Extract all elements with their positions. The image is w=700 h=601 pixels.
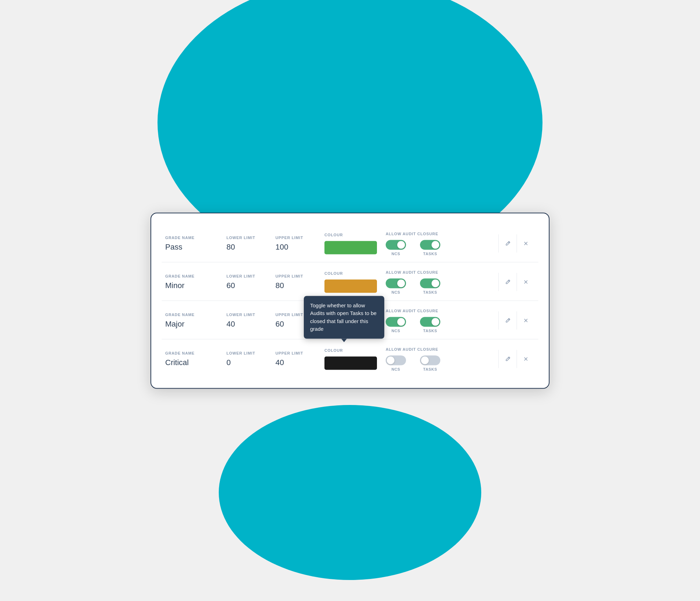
toggle-group-ncs-minor: NCS bbox=[386, 278, 406, 294]
allow-audit-label-minor: ALLOW AUDIT CLOSURE bbox=[386, 270, 495, 274]
edit-button-minor[interactable] bbox=[498, 273, 517, 291]
toggle-group-tasks-minor: TASKS Toggle whether to allow Audits wit… bbox=[420, 278, 440, 294]
allow-audit-inner-major: NCS TASKS bbox=[386, 317, 495, 333]
grade-name-label-minor: GRADE NAME bbox=[165, 274, 226, 278]
tasks-label-major: TASKS bbox=[423, 328, 437, 333]
colour-label-minor: COLOUR bbox=[324, 271, 386, 275]
ncs-label-major: NCS bbox=[391, 328, 400, 333]
toggle-tasks-critical[interactable] bbox=[420, 355, 440, 365]
field-lower-limit-major: LOWER LIMIT 40 bbox=[226, 313, 275, 329]
toggle-knob-tasks-critical bbox=[421, 356, 429, 364]
edit-button-critical[interactable] bbox=[498, 350, 517, 368]
lower-limit-label-major: LOWER LIMIT bbox=[226, 313, 275, 317]
edit-button-major[interactable] bbox=[498, 312, 517, 330]
grade-name-label-critical: GRADE NAME bbox=[165, 351, 226, 355]
lower-limit-value-minor: 60 bbox=[226, 281, 275, 290]
lower-limit-label-minor: LOWER LIMIT bbox=[226, 274, 275, 278]
edit-button-pass[interactable] bbox=[498, 235, 517, 253]
toggle-tasks-minor[interactable] bbox=[420, 278, 440, 288]
edit-icon-major bbox=[505, 317, 511, 324]
toggle-knob-ncs-minor bbox=[397, 279, 405, 287]
toggle-tasks-pass[interactable] bbox=[420, 240, 440, 250]
upper-limit-value-pass: 100 bbox=[275, 243, 324, 252]
grades-card: GRADE NAME Pass LOWER LIMIT 80 UPPER LIM… bbox=[150, 212, 550, 389]
allow-audit-label-critical: ALLOW AUDIT CLOSURE bbox=[386, 347, 495, 351]
delete-button-critical[interactable]: × bbox=[517, 350, 535, 368]
lower-limit-label-pass: LOWER LIMIT bbox=[226, 236, 275, 240]
field-grade-name-pass: GRADE NAME Pass bbox=[165, 236, 226, 252]
upper-limit-value-minor: 80 bbox=[275, 281, 324, 290]
action-icons-pass: × bbox=[498, 235, 535, 253]
upper-limit-value-critical: 40 bbox=[275, 358, 324, 367]
delete-button-minor[interactable]: × bbox=[517, 273, 535, 291]
field-allow-audit-minor: ALLOW AUDIT CLOSURE NCS TASKS bbox=[386, 270, 495, 294]
field-allow-audit-pass: ALLOW AUDIT CLOSURE NCS TASKS bbox=[386, 231, 495, 256]
grade-name-value-major: Major bbox=[165, 320, 226, 329]
grade-row-minor: GRADE NAME Minor LOWER LIMIT 60 UPPER LI… bbox=[162, 262, 538, 301]
field-grade-name-critical: GRADE NAME Critical bbox=[165, 351, 226, 367]
grade-name-label-major: GRADE NAME bbox=[165, 313, 226, 317]
tasks-label-minor: TASKS bbox=[423, 290, 437, 294]
toggle-ncs-major[interactable] bbox=[386, 317, 406, 327]
field-upper-limit-minor: UPPER LIMIT 80 bbox=[275, 274, 324, 290]
grade-row-pass: GRADE NAME Pass LOWER LIMIT 80 UPPER LIM… bbox=[162, 224, 538, 262]
tasks-label-pass: TASKS bbox=[423, 251, 437, 256]
toggle-knob-ncs-major bbox=[397, 318, 405, 326]
allow-audit-label-pass: ALLOW AUDIT CLOSURE bbox=[386, 231, 495, 236]
colour-swatch-minor bbox=[324, 280, 377, 293]
action-icons-critical: × bbox=[498, 350, 535, 368]
ncs-label-critical: NCS bbox=[391, 367, 400, 371]
grade-name-value-critical: Critical bbox=[165, 358, 226, 367]
ncs-label-pass: NCS bbox=[391, 251, 400, 256]
toggle-tasks-major[interactable] bbox=[420, 317, 440, 327]
toggle-knob-tasks-pass bbox=[432, 241, 439, 249]
lower-limit-value-major: 40 bbox=[226, 320, 275, 329]
field-upper-limit-critical: UPPER LIMIT 40 bbox=[275, 351, 324, 367]
toggle-ncs-minor[interactable] bbox=[386, 278, 406, 288]
delete-icon-pass: × bbox=[524, 239, 528, 248]
edit-icon-pass bbox=[505, 240, 511, 247]
upper-limit-label-critical: UPPER LIMIT bbox=[275, 351, 324, 355]
grade-row-critical: GRADE NAME Critical LOWER LIMIT 0 UPPER … bbox=[162, 339, 538, 377]
toggle-group-tasks-major: TASKS bbox=[420, 317, 440, 333]
allow-audit-label-major: ALLOW AUDIT CLOSURE bbox=[386, 308, 495, 313]
toggle-group-ncs-pass: NCS bbox=[386, 240, 406, 256]
tasks-label-critical: TASKS bbox=[423, 367, 437, 371]
colour-label-pass: COLOUR bbox=[324, 233, 386, 237]
toggle-ncs-critical[interactable] bbox=[386, 355, 406, 365]
delete-button-pass[interactable]: × bbox=[517, 235, 535, 253]
toggle-knob-ncs-pass bbox=[397, 241, 405, 249]
toggle-ncs-pass[interactable] bbox=[386, 240, 406, 250]
allow-audit-inner-pass: NCS TASKS bbox=[386, 240, 495, 256]
grade-name-value-pass: Pass bbox=[165, 243, 226, 252]
field-colour-minor: COLOUR bbox=[324, 271, 386, 293]
field-colour-critical: COLOUR bbox=[324, 348, 386, 370]
toggle-group-tasks-pass: TASKS bbox=[420, 240, 440, 256]
toggle-knob-ncs-critical bbox=[387, 356, 394, 364]
field-lower-limit-pass: LOWER LIMIT 80 bbox=[226, 236, 275, 252]
lower-limit-value-pass: 80 bbox=[226, 243, 275, 252]
action-icons-major: × bbox=[498, 312, 535, 330]
tooltip-minor: Toggle whether to allow Audits with open… bbox=[304, 296, 384, 338]
delete-button-major[interactable]: × bbox=[517, 312, 535, 330]
edit-icon-critical bbox=[505, 356, 511, 362]
delete-icon-major: × bbox=[524, 316, 528, 325]
toggle-group-ncs-major: NCS bbox=[386, 317, 406, 333]
delete-icon-minor: × bbox=[524, 278, 528, 287]
edit-icon-minor bbox=[505, 279, 511, 285]
field-colour-pass: COLOUR bbox=[324, 233, 386, 254]
colour-swatch-critical bbox=[324, 357, 377, 370]
allow-audit-inner-critical: NCS TASKS bbox=[386, 355, 495, 371]
ncs-label-minor: NCS bbox=[391, 290, 400, 294]
upper-limit-label-minor: UPPER LIMIT bbox=[275, 274, 324, 278]
field-lower-limit-critical: LOWER LIMIT 0 bbox=[226, 351, 275, 367]
toggle-group-tasks-critical: TASKS bbox=[420, 355, 440, 371]
colour-swatch-pass bbox=[324, 241, 377, 254]
lower-limit-value-critical: 0 bbox=[226, 358, 275, 367]
action-icons-minor: × bbox=[498, 273, 535, 291]
toggle-knob-tasks-minor bbox=[432, 279, 439, 287]
grade-name-value-minor: Minor bbox=[165, 281, 226, 290]
delete-icon-critical: × bbox=[524, 355, 528, 364]
field-lower-limit-minor: LOWER LIMIT 60 bbox=[226, 274, 275, 290]
allow-audit-inner-minor: NCS TASKS Toggle whether to allow Audits… bbox=[386, 278, 495, 294]
